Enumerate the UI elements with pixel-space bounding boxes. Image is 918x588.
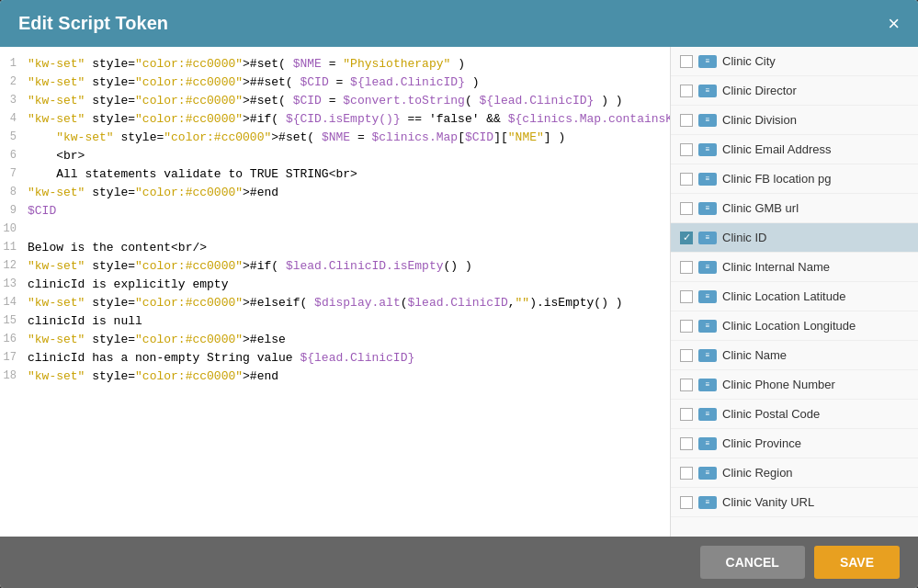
sidebar-checkbox[interactable] bbox=[680, 55, 693, 68]
sidebar-item[interactable]: ≡Clinic Email Address bbox=[671, 135, 918, 164]
line-content: "kw-set" style="color:#cc0000">#elseif( … bbox=[28, 296, 670, 312]
modal: Edit Script Token × 1"kw-set" style="col… bbox=[0, 0, 918, 588]
sidebar-item[interactable]: ≡Clinic Division bbox=[671, 106, 918, 135]
sidebar-item[interactable]: ≡Clinic Name bbox=[671, 341, 918, 370]
sidebar-checkbox[interactable] bbox=[680, 173, 693, 186]
line-number: 10 bbox=[0, 222, 28, 239]
sidebar-item-label: Clinic Email Address bbox=[722, 142, 832, 156]
sidebar-item[interactable]: ✓≡Clinic ID bbox=[671, 223, 918, 253]
sidebar-item-label: Clinic GMB url bbox=[722, 201, 799, 215]
line-content: Below is the content<br/> bbox=[28, 241, 670, 257]
token-icon: ≡ bbox=[698, 349, 717, 362]
sidebar-item[interactable]: ≡Clinic City bbox=[671, 47, 918, 76]
close-button[interactable]: × bbox=[888, 14, 900, 34]
sidebar: ≡Clinic City≡Clinic Director≡Clinic Divi… bbox=[671, 47, 918, 537]
sidebar-item[interactable]: ≡Clinic Postal Code bbox=[671, 400, 918, 429]
sidebar-item[interactable]: ≡Clinic Phone Number bbox=[671, 370, 918, 400]
sidebar-item[interactable]: ≡Clinic Vanity URL bbox=[671, 488, 918, 517]
sidebar-checkbox[interactable] bbox=[680, 349, 693, 362]
sidebar-checkbox[interactable] bbox=[680, 290, 693, 303]
line-number: 15 bbox=[0, 314, 28, 331]
cancel-button[interactable]: CANCEL bbox=[700, 546, 805, 579]
line-content: "kw-set" style="color:#cc0000">#set( $NM… bbox=[28, 57, 670, 74]
code-line: 3"kw-set" style="color:#cc0000">#set( $C… bbox=[0, 93, 670, 111]
token-icon: ≡ bbox=[698, 320, 717, 333]
token-icon: ≡ bbox=[698, 55, 717, 68]
modal-header: Edit Script Token × bbox=[0, 0, 918, 47]
line-content bbox=[28, 222, 670, 239]
sidebar-item-label: Clinic Division bbox=[722, 113, 797, 127]
sidebar-item-label: Clinic Internal Name bbox=[722, 260, 830, 274]
sidebar-checkbox[interactable] bbox=[680, 320, 693, 333]
sidebar-item[interactable]: ≡Clinic Location Longitude bbox=[671, 311, 918, 341]
code-line: 5 "kw-set" style="color:#cc0000">#set( $… bbox=[0, 130, 670, 148]
sidebar-item-label: Clinic Vanity URL bbox=[722, 495, 814, 509]
code-line: 4"kw-set" style="color:#cc0000">#if( ${C… bbox=[0, 111, 670, 130]
code-line: 18"kw-set" style="color:#cc0000">#end bbox=[0, 368, 670, 387]
line-number: 1 bbox=[0, 57, 28, 74]
sidebar-checkbox[interactable] bbox=[680, 408, 693, 421]
sidebar-item[interactable]: ≡Clinic FB location pg bbox=[671, 164, 918, 194]
sidebar-item-label: Clinic Location Longitude bbox=[722, 319, 856, 333]
sidebar-item-label: Clinic Region bbox=[722, 466, 793, 480]
sidebar-checkbox[interactable] bbox=[680, 143, 693, 156]
token-icon: ≡ bbox=[698, 232, 717, 244]
token-icon: ≡ bbox=[698, 496, 717, 509]
code-line: 9$CID bbox=[0, 203, 670, 221]
token-icon: ≡ bbox=[698, 173, 717, 186]
modal-body: 1"kw-set" style="color:#cc0000">#set( $N… bbox=[0, 47, 918, 537]
sidebar-checkbox[interactable] bbox=[680, 85, 693, 97]
sidebar-checkbox[interactable] bbox=[680, 202, 693, 215]
line-number: 2 bbox=[0, 75, 28, 92]
code-line: 1"kw-set" style="color:#cc0000">#set( $N… bbox=[0, 56, 670, 74]
line-number: 6 bbox=[0, 149, 28, 165]
sidebar-checkbox[interactable] bbox=[680, 496, 693, 509]
line-content: $CID bbox=[28, 204, 670, 220]
sidebar-checkbox[interactable] bbox=[680, 467, 693, 480]
sidebar-item[interactable]: ≡Clinic Director bbox=[671, 76, 918, 106]
line-number: 8 bbox=[0, 186, 28, 202]
line-number: 5 bbox=[0, 130, 28, 147]
line-content: "kw-set" style="color:#cc0000">#end bbox=[28, 369, 670, 386]
sidebar-item[interactable]: ≡Clinic GMB url bbox=[671, 194, 918, 223]
code-line: 14"kw-set" style="color:#cc0000">#elseif… bbox=[0, 295, 670, 313]
token-icon: ≡ bbox=[698, 290, 717, 303]
line-content: "kw-set" style="color:#cc0000">#if( ${CI… bbox=[28, 112, 671, 129]
line-content: clinicId has a non-empty String value ${… bbox=[28, 351, 670, 368]
sidebar-checkbox[interactable] bbox=[680, 114, 693, 127]
code-panel: 1"kw-set" style="color:#cc0000">#set( $N… bbox=[0, 47, 671, 537]
code-line: 12"kw-set" style="color:#cc0000">#if( $l… bbox=[0, 258, 670, 277]
token-icon: ≡ bbox=[698, 437, 717, 450]
sidebar-checkbox[interactable] bbox=[680, 261, 693, 274]
line-content: "kw-set" style="color:#cc0000">#if( $lea… bbox=[28, 259, 670, 276]
sidebar-item-label: Clinic FB location pg bbox=[722, 172, 832, 186]
sidebar-checkbox[interactable] bbox=[680, 437, 693, 450]
token-icon: ≡ bbox=[698, 408, 717, 421]
code-line: 17clinicId has a non-empty String value … bbox=[0, 350, 670, 368]
line-content: "kw-set" style="color:#cc0000">#else bbox=[28, 333, 670, 349]
sidebar-checkbox[interactable] bbox=[680, 379, 693, 391]
sidebar-checkbox[interactable]: ✓ bbox=[680, 232, 693, 244]
line-number: 3 bbox=[0, 94, 28, 110]
sidebar-item[interactable]: ≡Clinic Region bbox=[671, 458, 918, 488]
sidebar-item-label: Clinic Name bbox=[722, 348, 787, 362]
token-icon: ≡ bbox=[698, 114, 717, 127]
line-number: 12 bbox=[0, 259, 28, 276]
sidebar-item[interactable]: ≡Clinic Location Latitude bbox=[671, 282, 918, 311]
line-content: <br> bbox=[28, 149, 670, 165]
sidebar-item[interactable]: ≡Clinic Internal Name bbox=[671, 253, 918, 282]
sidebar-item-label: Clinic Director bbox=[722, 84, 797, 97]
sidebar-item[interactable]: ≡Clinic Province bbox=[671, 429, 918, 458]
modal-footer: CANCEL SAVE bbox=[0, 537, 918, 588]
line-number: 7 bbox=[0, 167, 28, 184]
sidebar-item-label: Clinic Province bbox=[722, 436, 801, 450]
code-line: 15clinicId is null bbox=[0, 313, 670, 332]
line-number: 14 bbox=[0, 296, 28, 312]
token-icon: ≡ bbox=[698, 261, 717, 274]
line-content: clinicId is explicitly empty bbox=[28, 277, 670, 294]
save-button[interactable]: SAVE bbox=[814, 546, 900, 579]
line-number: 17 bbox=[0, 351, 28, 368]
sidebar-item-label: Clinic Postal Code bbox=[722, 407, 820, 421]
line-number: 4 bbox=[0, 112, 28, 129]
sidebar-item-label: Clinic Location Latitude bbox=[722, 289, 845, 303]
